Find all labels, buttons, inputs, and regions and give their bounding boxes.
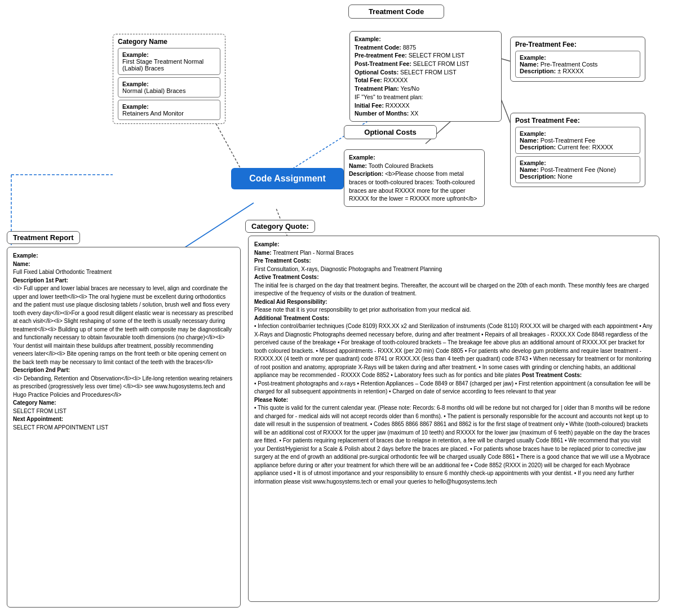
category-name-example2: Example: Normal (Labial) Braces [118,77,220,98]
post-treatment-fee-box: Post Treatment Fee: Example: Name: Post-… [510,113,645,187]
treatment-report-header: Treatment Report [7,231,80,244]
category-name-title: Category Name [118,38,220,46]
category-quote-header: Category Quote: [245,220,315,233]
treatment-report-content: Example: Name: Full Fixed Labial Orthodo… [13,252,234,432]
category-name-example1: Example: First Stage Treatment Normal (L… [118,48,220,75]
post-treatment-fee-example1: Example: Name: Post-Treatment Fee Descri… [515,127,640,154]
post-treatment-fee-example2: Example: Name: Post-Treatment Fee (None)… [515,156,640,183]
category-name-example3: Example: Retainers And Monitor [118,100,220,120]
treatment-report-box: Example: Name: Full Fixed Labial Orthodo… [7,247,241,608]
category-name-box: Category Name Example: First Stage Treat… [113,34,225,124]
code-assignment-button[interactable]: Code Assignment [231,168,344,189]
pre-treatment-fee-example: Example: Name: Pre-Treatment Costs Descr… [515,51,640,78]
category-quote-content: Example: Name: Treatment Plan - Normal B… [254,241,653,486]
pre-treatment-fee-box: Pre-Treatment Fee: Example: Name: Pre-Tr… [510,37,645,82]
category-quote-box: Example: Name: Treatment Plan - Normal B… [248,236,659,602]
optional-costs-content: Example: Name: Tooth Coloured Brackets D… [349,153,480,203]
treatment-code-content: Example: Treatment Code: 8875 Pre-treatm… [355,35,497,118]
optional-costs-box: Example: Name: Tooth Coloured Brackets D… [344,149,485,207]
treatment-code-header: Treatment Code [348,5,444,19]
optional-costs-header: Optional Costs [344,125,437,139]
treatment-code-box: Example: Treatment Code: 8875 Pre-treatm… [349,31,502,122]
